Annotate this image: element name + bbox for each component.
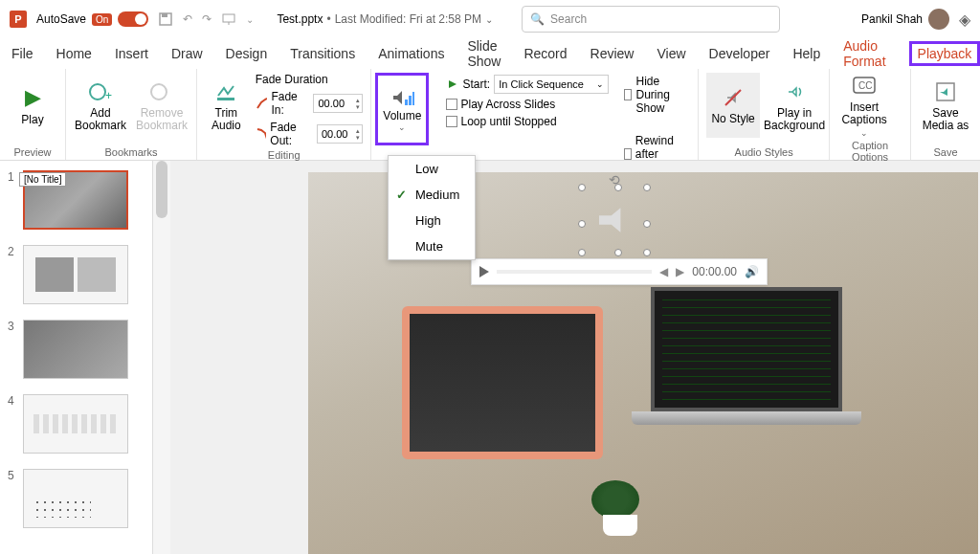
trim-audio-icon [212, 78, 239, 105]
svg-rect-2 [223, 14, 234, 22]
account-button[interactable]: Pankil Shah [861, 9, 949, 30]
volume-menu: Low Medium High Mute [388, 155, 476, 260]
slide-thumbnail-1[interactable]: 1 [No Title] [8, 170, 145, 230]
fade-out-input[interactable]: 00.00 [317, 124, 363, 144]
slide-thumbnail-4[interactable]: 4 [8, 394, 145, 454]
fade-out-icon [256, 127, 267, 141]
player-next-icon[interactable]: ▶ [676, 265, 684, 278]
chevron-down-icon: ⌄ [398, 122, 406, 132]
play-icon: ▶ [19, 84, 46, 111]
audio-player: ◀ ▶ 00:00.00 🔊 [471, 258, 768, 285]
svg-rect-9 [409, 96, 412, 105]
remove-bookmark-button: Remove Bookmark [135, 73, 189, 138]
play-background-icon [781, 78, 808, 105]
plant-graphic [591, 480, 649, 538]
no-style-button[interactable]: No Style [706, 73, 760, 138]
svg-rect-8 [405, 100, 408, 105]
qat-dropdown-icon[interactable]: ⌄ [246, 14, 254, 25]
play-button[interactable]: ▶ Play [8, 73, 57, 138]
add-bookmark-icon: + [87, 78, 114, 105]
slide-thumbnail-3[interactable]: 3 [8, 320, 145, 379]
save-media-icon [932, 78, 959, 105]
start-select[interactable]: In Click Sequence⌄ [494, 75, 609, 94]
tab-file[interactable]: File [11, 46, 33, 61]
volume-mute[interactable]: Mute [389, 233, 475, 259]
volume-button-highlight: Volume ⌄ [375, 73, 429, 145]
autosave-label: AutoSave [36, 12, 86, 26]
monitor-graphic [402, 306, 603, 459]
player-volume-icon[interactable]: 🔊 [745, 265, 759, 278]
svg-point-6 [151, 84, 167, 100]
volume-button[interactable]: Volume ⌄ [380, 78, 424, 141]
title-bar: P AutoSave On ↶ ↷ ⌄ Test.pptx • Last Mod… [0, 0, 980, 38]
fade-in-icon [256, 97, 268, 110]
volume-high[interactable]: High [389, 208, 475, 233]
svg-rect-7 [217, 98, 234, 100]
add-bookmark-button[interactable]: + Add Bookmark [74, 73, 127, 138]
volume-low[interactable]: Low [389, 156, 475, 182]
slide-thumbnail-2[interactable]: 2 [8, 245, 145, 304]
ribbon-tabs: File Home Insert Draw Design Transitions… [0, 38, 980, 69]
volume-icon [390, 86, 414, 109]
tab-review[interactable]: Review [590, 46, 635, 61]
avatar [928, 9, 949, 30]
tab-view[interactable]: View [657, 46, 685, 61]
tab-draw[interactable]: Draw [171, 46, 203, 61]
tab-audio-format[interactable]: Audio Format [843, 38, 885, 69]
laptop-graphic [651, 287, 861, 440]
save-media-button[interactable]: Save Media as [919, 73, 972, 138]
play-across-checkbox[interactable] [446, 99, 457, 110]
svg-rect-10 [412, 92, 414, 105]
autosave-state: On [92, 13, 112, 26]
tab-slideshow[interactable]: Slide Show [467, 38, 501, 69]
save-icon[interactable] [158, 11, 173, 27]
slide-thumbnail-5[interactable]: 5 [8, 469, 145, 528]
player-play-button[interactable] [479, 266, 489, 277]
present-icon[interactable] [221, 11, 236, 27]
volume-medium[interactable]: Medium [389, 182, 475, 208]
captions-icon: CC [851, 73, 878, 100]
ribbon: ▶ Play Preview + Add Bookmark Remove Boo… [0, 69, 980, 161]
play-background-button[interactable]: Play in Background [768, 73, 821, 138]
tab-playback[interactable]: Playback [909, 41, 980, 66]
insert-captions-button[interactable]: CC Insert Captions ⌄ [837, 73, 891, 138]
svg-marker-11 [449, 80, 457, 88]
fade-in-input[interactable]: 00.00 [313, 94, 363, 113]
tab-insert[interactable]: Insert [115, 46, 148, 61]
trim-audio-button[interactable]: Trim Audio [205, 73, 248, 138]
tab-developer[interactable]: Developer [709, 46, 770, 61]
remove-bookmark-icon [148, 78, 175, 105]
no-title-tooltip: [No Title] [19, 172, 66, 187]
tab-design[interactable]: Design [226, 46, 268, 61]
tab-animations[interactable]: Animations [378, 46, 444, 61]
redo-icon[interactable]: ↷ [202, 12, 212, 26]
player-time: 00:00.00 [692, 265, 737, 278]
vertical-scrollbar[interactable] [153, 161, 170, 554]
undo-icon[interactable]: ↶ [183, 12, 192, 26]
search-input[interactable]: 🔍 Search [522, 6, 780, 33]
chevron-down-icon[interactable]: ⌄ [485, 14, 493, 25]
audio-object[interactable]: ⟲ [586, 191, 643, 249]
svg-point-4 [90, 84, 105, 100]
hide-checkbox[interactable] [624, 89, 632, 100]
no-style-icon [720, 84, 746, 111]
diamond-icon[interactable]: ◈ [959, 11, 970, 29]
fade-duration-label: Fade Duration [256, 73, 364, 86]
powerpoint-icon: P [10, 11, 27, 28]
svg-text:CC: CC [858, 80, 872, 91]
player-prev-icon[interactable]: ◀ [659, 265, 668, 278]
tab-help[interactable]: Help [792, 46, 820, 61]
loop-checkbox[interactable] [446, 116, 457, 127]
tab-transitions[interactable]: Transitions [290, 46, 355, 61]
slide-panel: 1 [No Title] 2 3 4 5 [0, 161, 153, 554]
autosave-toggle[interactable]: AutoSave On [36, 11, 148, 27]
start-icon [446, 78, 459, 91]
rewind-checkbox[interactable] [624, 148, 632, 160]
document-title[interactable]: Test.pptx • Last Modified: Fri at 2:58 P… [277, 12, 493, 26]
player-seek-track[interactable] [497, 270, 652, 274]
toggle-switch[interactable] [118, 11, 148, 27]
tab-record[interactable]: Record [523, 46, 567, 61]
svg-rect-1 [162, 13, 167, 17]
svg-text:+: + [105, 89, 112, 101]
tab-home[interactable]: Home [56, 46, 92, 61]
